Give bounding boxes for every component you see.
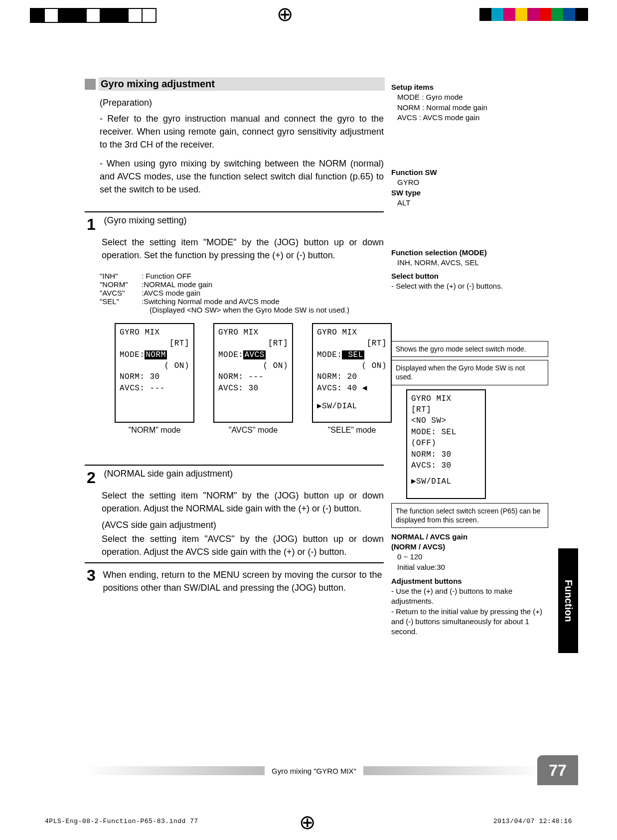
divider xyxy=(85,211,384,212)
def-avcs-k: "AVCS" xyxy=(100,289,142,297)
lcd-line: AVCS: 30 xyxy=(411,460,481,471)
lcd-norm: GYRO MIX [RT] MODE:NORM ( ON) NORM: 30 A… xyxy=(115,323,194,423)
lcd-line: NORM: 20 xyxy=(317,371,387,382)
sw-type-value: ALT xyxy=(397,198,548,208)
function-tab: Function xyxy=(558,548,578,653)
lcd-highlight: NORM xyxy=(145,350,166,359)
def-sel-v: :Switching Normal mode and AVCS mode xyxy=(142,297,384,306)
lcd-line: [RT] xyxy=(218,338,288,349)
lcd-line: ( ON) xyxy=(120,360,189,371)
reg-color-boxes xyxy=(479,8,587,23)
lcd-line: AVCS: 40 ◀ xyxy=(317,383,387,394)
lcd-line: ▶SW/DIAL xyxy=(317,401,387,412)
lcd-sele: GYRO MIX [RT] MODE: SEL ( ON) NORM: 20 A… xyxy=(312,323,392,423)
step-2-body-1: Select the setting item "NORM" by the (J… xyxy=(102,489,384,515)
gain-initial: Initial value:30 xyxy=(397,562,548,572)
divider xyxy=(85,465,384,466)
lcd-caption-avcs: "AVCS" mode xyxy=(213,426,293,435)
step-3-number: 3 xyxy=(87,566,99,585)
lcd-line: (OFF) xyxy=(411,438,481,449)
lcd-line: [RT] xyxy=(411,404,481,415)
gain-heading: NORMAL / AVCS gain xyxy=(391,532,548,542)
def-inh-v: : Function OFF xyxy=(142,272,384,280)
callout-no-sw: Displayed when the Gyro Mode SW is not u… xyxy=(391,360,548,385)
lcd-line: [RT] xyxy=(120,338,189,349)
divider xyxy=(85,562,384,563)
setup-items-heading: Setup items xyxy=(391,82,548,92)
lcd-highlight: AVCS xyxy=(243,350,265,359)
step-3-body: When ending, return to the MENU screen b… xyxy=(103,568,382,594)
callout-gyro-mode: Shows the gyro mode select switch mode. xyxy=(391,341,548,357)
adjustment-2: - Return to the initial value by pressin… xyxy=(391,607,548,637)
lcd-line: NORM: 30 xyxy=(120,371,189,382)
lcd-line: NORM: --- xyxy=(218,371,288,382)
callout-fss: The function select switch screen (P65) … xyxy=(391,503,548,528)
reg-cross-top: ⊕ xyxy=(277,4,294,24)
lcd-highlight: <NO SW> xyxy=(411,416,447,425)
lcd-line: GYRO MIX xyxy=(120,327,189,338)
lcd-line: NORM: 30 xyxy=(411,449,481,460)
lcd-line: AVCS: 30 xyxy=(218,383,288,394)
select-button-desc: - Select with the (+) or (-) buttons. xyxy=(391,281,548,291)
step-1-title: (Gyro mixing setting) xyxy=(104,215,186,225)
prep-para-1: - Refer to the gyro instruction manual a… xyxy=(100,112,384,151)
lcd-line: MODE: xyxy=(120,350,145,359)
title-accent xyxy=(85,79,96,90)
footer-label: Gyro mixing "GYRO MIX" xyxy=(265,767,363,775)
lcd-caption-sele: "SELE" mode xyxy=(312,426,392,435)
reg-left-boxes xyxy=(30,8,155,25)
setup-mode: MODE : Gyro mode xyxy=(397,92,548,102)
section-title: Gyro mixing adjustment xyxy=(99,77,385,91)
mode-definitions: "INH": Function OFF "NORM":NORMAL mode g… xyxy=(100,272,384,314)
gain-heading-2: (NORM / AVCS) xyxy=(391,542,548,552)
def-norm-k: "NORM" xyxy=(100,280,142,289)
lcd-line: MODE: xyxy=(218,350,243,359)
lcd-line: GYRO MIX xyxy=(218,327,288,338)
lcd-caption-norm: "NORM" mode xyxy=(115,426,194,435)
reg-cross-bottom: ⊕ xyxy=(299,812,316,832)
lcd-avcs: GYRO MIX [RT] MODE:AVCS ( ON) NORM: --- … xyxy=(213,323,293,423)
function-sw-heading: Function SW xyxy=(391,168,548,177)
imprint-right: 2013/04/07 12:48:16 xyxy=(493,818,572,825)
def-norm-v: :NORMAL mode gain xyxy=(142,280,384,289)
adjustment-1: - Use the (+) and (-) buttons to make ad… xyxy=(391,586,548,607)
lcd-line: MODE: xyxy=(411,428,436,437)
step-2-number: 2 xyxy=(87,469,99,487)
footer-stripe-left xyxy=(85,766,265,775)
step-2-subtitle: (AVCS side gain adjustment) xyxy=(102,520,384,530)
gain-range: 0 ~ 120 xyxy=(397,552,548,562)
lcd-line: [RT] xyxy=(317,338,387,349)
imprint-left: 4PLS-Eng-08-2-Function-P65-83.indd 77 xyxy=(45,818,198,825)
sw-type-heading: SW type xyxy=(391,188,548,198)
select-button-heading: Select button xyxy=(391,271,548,281)
lcd-highlight: ▶SW/DIAL xyxy=(411,477,452,486)
function-selection-heading: Function selection (MODE) xyxy=(391,248,548,258)
step-2-title: (NORMAL side gain adjustment) xyxy=(104,469,232,479)
def-inh-k: "INH" xyxy=(100,272,142,280)
lcd-line: GYRO MIX xyxy=(411,393,481,404)
prep-para-2: - When using gyro mixing by switching be… xyxy=(100,157,384,196)
lcd-line: ( ON) xyxy=(317,360,387,371)
step-2-body-2: Select the setting item "AVCS" by the (J… xyxy=(102,532,384,558)
function-sw-value: GYRO xyxy=(397,177,548,187)
setup-norm: NORM : Normal mode gain xyxy=(397,103,548,113)
preparation-label: (Preparation) xyxy=(100,98,384,108)
lcd-highlight: SEL xyxy=(436,428,456,437)
footer-stripe-right xyxy=(363,766,543,775)
page-number: 77 xyxy=(537,755,578,785)
step-1-number: 1 xyxy=(87,215,99,234)
lcd-line: ( ON) xyxy=(218,360,288,371)
def-sel-note: (Displayed <NO SW> when the Gyro Mode SW… xyxy=(150,306,384,314)
def-sel-k: "SEL" xyxy=(100,297,142,306)
setup-avcs: AVCS : AVCS mode gain xyxy=(397,113,548,123)
lcd-highlight: SEL xyxy=(342,350,364,359)
adjustment-heading: Adjustment buttons xyxy=(391,576,548,586)
def-avcs-v: :AVCS mode gain xyxy=(142,289,384,297)
lcd-line: AVCS: --- xyxy=(120,383,189,394)
function-selection-value: INH, NORM, AVCS, SEL xyxy=(397,258,548,268)
lcd-side: GYRO MIX [RT] <NO SW> MODE: SEL (OFF) NO… xyxy=(406,389,486,499)
registration-strip: ⊕ xyxy=(0,4,617,29)
step-1-body: Select the setting item "MODE" by the (J… xyxy=(102,236,384,262)
lcd-line: MODE: xyxy=(317,350,342,359)
lcd-line: GYRO MIX xyxy=(317,327,387,338)
